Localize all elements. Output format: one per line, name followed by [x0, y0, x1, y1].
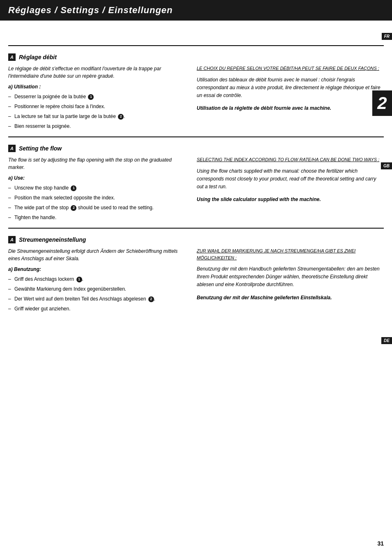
- section-left-de: Die Streumengeneinstellung erfolgt durch…: [8, 247, 189, 315]
- section-left-fr: Le réglage de débit s'effectue en modifi…: [8, 65, 189, 132]
- lang-badge-fr: FR: [382, 33, 392, 40]
- list-item: La lecture se fait sur la partie large d…: [8, 113, 180, 120]
- section-title-fr: Réglage débit: [19, 54, 57, 60]
- section-left-gb: The flow is set by adjusting the flap op…: [8, 156, 189, 224]
- right-heading-de: Zur Wahl der Markierung je nach Streumen…: [197, 247, 384, 261]
- section-right-gb: Selecting the index according to flow ra…: [189, 156, 384, 224]
- section-title-de: Streumengeneinstellung: [19, 236, 86, 243]
- bullet-list-fr: Desserrer la poignée de la butée 1 Posit…: [8, 93, 180, 130]
- section-icon-de: A: [8, 236, 16, 243]
- page-header: Réglages / Settings / Einstellungen: [0, 0, 392, 21]
- circle-num-2: 2: [148, 296, 154, 302]
- header-title: Réglages / Settings / Einstellungen: [8, 5, 173, 15]
- list-item: Gewählte Markierung dem Index gegenübers…: [8, 285, 180, 293]
- right-bold-de: Benutzung der mit der Maschine geliefert…: [197, 294, 384, 301]
- circle-num-2: 2: [118, 114, 124, 120]
- circle-num-1: 1: [71, 185, 76, 191]
- circle-num-1: 1: [76, 277, 82, 282]
- list-item: Griff wieder gut anziehen.: [8, 305, 180, 312]
- list-item: Desserrer la poignée de la butée 1: [8, 93, 180, 100]
- subsection-title-fr: a) Utilisation :: [8, 84, 180, 90]
- bullet-list-de: Griff des Anschlags lockern 1. Gewählte …: [8, 275, 180, 312]
- circle-num-1: 1: [88, 94, 94, 100]
- section-gb: A Setting the flow The flow is set by ad…: [8, 136, 384, 228]
- section-de: A Streumengeneinstellung Die Streumengen…: [8, 228, 384, 319]
- list-item: Bien resserrer la poignée.: [8, 123, 180, 130]
- section-title-gb: Setting the flow: [19, 145, 62, 152]
- section-fr: A Réglage débit Le réglage de débit s'ef…: [8, 45, 384, 136]
- section-right-de: Zur Wahl der Markierung je nach Streumen…: [189, 247, 384, 315]
- right-body-gb: Using the flow charts supplied with the …: [197, 167, 384, 191]
- list-item: Position the mark selected opposite the …: [8, 194, 180, 201]
- list-item: The wide part of the stop 2 should be us…: [8, 204, 180, 211]
- section-intro-de: Die Streumengeneinstellung erfolgt durch…: [8, 247, 180, 262]
- right-body-de: Benutzung der mit dem Handbuch geliefert…: [197, 265, 384, 289]
- section-title-row-gb: A Setting the flow: [8, 145, 384, 152]
- right-body-fr: Utilisation des tableaux de débit fourni…: [197, 76, 384, 100]
- section-intro-gb: The flow is set by adjusting the flap op…: [8, 156, 180, 171]
- lang-badge-de: DE: [381, 337, 392, 344]
- page-tab: 2: [372, 90, 392, 116]
- section-icon-gb: A: [8, 145, 16, 152]
- subsection-title-de: a) Benutzung:: [8, 266, 180, 272]
- list-item: Unscrew the stop handle 1: [8, 184, 180, 192]
- section-right-fr: Le choix du repère selon votre débit/ha …: [189, 65, 384, 132]
- circle-num-2: 2: [71, 205, 76, 211]
- section-icon-fr: A: [8, 53, 16, 61]
- page-number: 31: [377, 540, 384, 547]
- right-heading-fr: Le choix du repère selon votre débit/ha …: [197, 65, 384, 72]
- section-title-row-fr: A Réglage débit: [8, 53, 384, 61]
- right-heading-gb: Selecting the index according to flow ra…: [197, 156, 384, 163]
- bullet-list-gb: Unscrew the stop handle 1 Position the m…: [8, 184, 180, 221]
- right-bold-gb: Using the slide calculator supplied with…: [197, 196, 384, 203]
- list-item: Positionner le repère choisi face à l'in…: [8, 103, 180, 110]
- right-bold-fr: Utilisation de la réglette de débit four…: [197, 104, 384, 112]
- section-title-row-de: A Streumengeneinstellung: [8, 236, 384, 243]
- list-item: Tighten the handle.: [8, 214, 180, 221]
- subsection-title-gb: a) Use:: [8, 175, 180, 181]
- list-item: Der Wert wird auf dem breiten Teil des A…: [8, 295, 180, 303]
- list-item: Griff des Anschlags lockern 1.: [8, 275, 180, 283]
- section-intro-fr: Le réglage de débit s'effectue en modifi…: [8, 65, 180, 80]
